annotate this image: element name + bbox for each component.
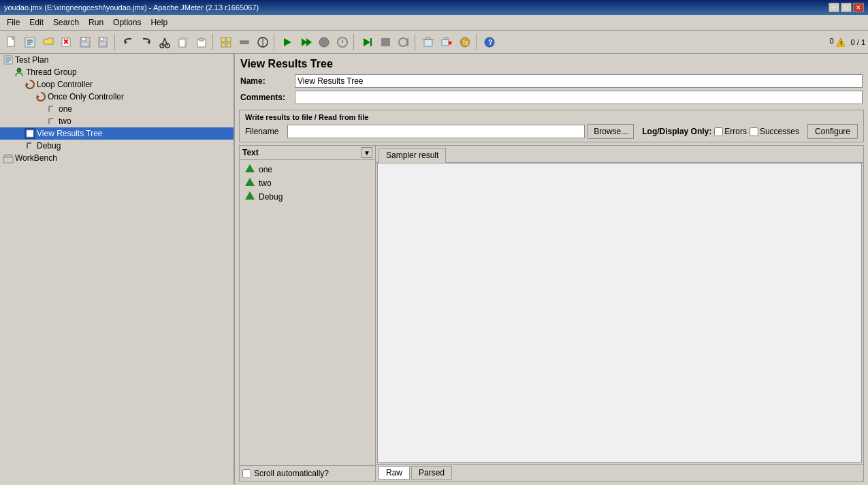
open-button[interactable] <box>39 33 57 51</box>
clear-button[interactable] <box>419 33 437 51</box>
close-test-button[interactable] <box>58 33 76 51</box>
clear-all-button[interactable] <box>438 33 455 51</box>
collapse-button[interactable] <box>236 33 253 51</box>
debug-icon <box>25 140 35 151</box>
function-helper-button[interactable]: fx <box>456 33 474 51</box>
tree-item-once-only-controller[interactable]: Once Only Controller <box>0 91 234 103</box>
results-content <box>377 163 862 463</box>
sampler-one-icon <box>46 104 57 114</box>
svg-marker-37 <box>364 38 370 46</box>
warning-count: 0 ! <box>829 37 845 46</box>
save-button[interactable] <box>76 33 94 51</box>
panel-header: View Results Tree Name: Comments: <box>235 54 868 110</box>
tree-label-one: one <box>59 104 72 114</box>
results-area: Text ▼ one two <box>239 145 864 482</box>
maximize-button[interactable]: □ <box>841 3 852 12</box>
titlebar-title: youdao.jmx (E:\xingnengceshi\youdao.jmx)… <box>4 3 259 12</box>
comments-label: Comments: <box>240 93 295 102</box>
svg-rect-13 <box>99 42 106 46</box>
toggle-button[interactable] <box>254 33 272 51</box>
result-icon-two <box>245 178 256 189</box>
menu-help[interactable]: Help <box>146 16 172 29</box>
toolbar-separator-3 <box>274 34 276 50</box>
results-dropdown-button[interactable]: ▼ <box>361 147 372 158</box>
copy-button[interactable] <box>174 33 192 51</box>
results-detail: Sampler result Raw Parsed <box>376 146 863 481</box>
start-no-pauses-button[interactable] <box>297 33 315 51</box>
tab-parsed[interactable]: Parsed <box>411 466 452 480</box>
scroll-auto-checkbox[interactable] <box>242 469 251 478</box>
template-button[interactable] <box>21 33 39 51</box>
tree-item-view-results-tree[interactable]: View Results Tree <box>0 127 234 140</box>
tree-item-test-plan[interactable]: Test Plan <box>0 54 234 66</box>
file-row: Filename Browse... Log/Display Only: Err… <box>245 124 858 139</box>
svg-point-60 <box>17 68 21 72</box>
menu-options[interactable]: Options <box>109 16 145 29</box>
new-button[interactable] <box>3 33 20 51</box>
menu-run[interactable]: Run <box>84 16 108 29</box>
workbench-icon <box>3 153 14 163</box>
redo-button[interactable] <box>138 33 155 51</box>
result-label-one: one <box>259 165 272 174</box>
svg-marker-33 <box>306 38 312 46</box>
errors-checkbox-label[interactable]: Errors <box>714 127 747 136</box>
undo-button[interactable] <box>119 33 137 51</box>
titlebar: youdao.jmx (E:\xingnengceshi\youdao.jmx)… <box>0 0 868 15</box>
tree-label-loop-controller: Loop Controller <box>37 80 93 89</box>
save-as-button[interactable] <box>95 33 112 51</box>
tab-sampler-result[interactable]: Sampler result <box>379 148 446 163</box>
name-input[interactable] <box>295 74 863 88</box>
toolbar-separator-1 <box>114 34 117 50</box>
remote-stop-button[interactable] <box>376 33 394 51</box>
cut-button[interactable] <box>156 33 174 51</box>
tree-item-thread-group[interactable]: Thread Group <box>0 66 234 78</box>
tree-label-debug: Debug <box>37 141 61 151</box>
tab-raw[interactable]: Raw <box>379 466 410 480</box>
result-item-one[interactable]: one <box>242 163 372 176</box>
result-item-two[interactable]: two <box>242 176 372 190</box>
filename-label: Filename <box>245 127 285 136</box>
comments-input[interactable] <box>295 91 863 104</box>
remote-start-button[interactable] <box>358 33 376 51</box>
comments-row: Comments: <box>240 91 863 104</box>
paste-button[interactable] <box>193 33 210 51</box>
browse-button[interactable]: Browse... <box>588 124 634 139</box>
right-panel: View Results Tree Name: Comments: Write … <box>235 54 868 484</box>
configure-button[interactable]: Configure <box>807 124 858 139</box>
svg-text:fx: fx <box>463 39 468 46</box>
help-button[interactable]: ? <box>481 33 498 51</box>
stop-button[interactable] <box>315 33 333 51</box>
svg-rect-12 <box>100 37 103 41</box>
panel-title: View Results Tree <box>240 58 863 70</box>
expand-button[interactable] <box>217 33 235 51</box>
successes-checkbox-label[interactable]: Successes <box>750 127 799 136</box>
menu-file[interactable]: File <box>3 16 24 29</box>
tree-item-one[interactable]: one <box>0 103 234 115</box>
svg-marker-62 <box>37 95 39 99</box>
minimize-button[interactable]: ─ <box>829 3 839 12</box>
main-layout: Test Plan Thread Group Loop Controller O… <box>0 54 868 484</box>
tree-item-two[interactable]: two <box>0 115 234 127</box>
result-item-debug[interactable]: Debug <box>242 190 372 204</box>
successes-checkbox[interactable] <box>750 127 758 136</box>
svg-marker-31 <box>284 38 291 46</box>
start-button[interactable] <box>278 33 296 51</box>
menu-search[interactable]: Search <box>49 16 83 29</box>
svg-rect-26 <box>221 43 225 47</box>
svg-rect-68 <box>27 130 33 137</box>
tree-label-view-results-tree: View Results Tree <box>37 129 103 138</box>
menu-edit[interactable]: Edit <box>25 16 48 29</box>
tree-item-workbench[interactable]: WorkBench <box>0 152 234 164</box>
name-row: Name: <box>240 74 863 88</box>
remote-shutdown-button[interactable] <box>395 33 413 51</box>
tree-item-debug[interactable]: Debug <box>0 140 234 152</box>
tree-item-loop-controller[interactable]: Loop Controller <box>0 78 234 91</box>
menubar: File Edit Search Run Options Help <box>0 15 868 31</box>
listener-icon <box>25 128 35 139</box>
shutdown-button[interactable] <box>334 33 351 51</box>
svg-rect-45 <box>426 37 430 40</box>
result-icon-debug <box>245 191 256 202</box>
close-button[interactable]: ✕ <box>853 3 864 12</box>
errors-checkbox[interactable] <box>714 127 723 136</box>
filename-input[interactable] <box>287 125 585 138</box>
